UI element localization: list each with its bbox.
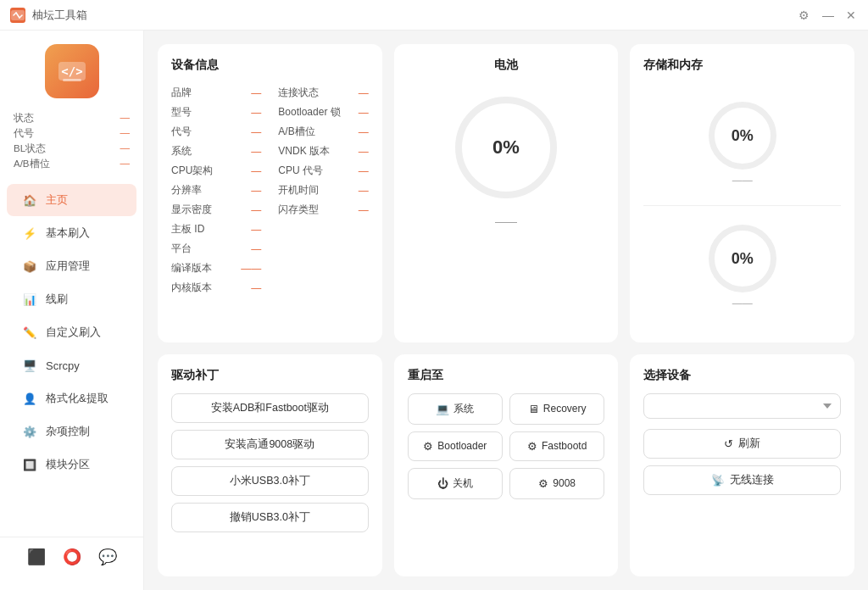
- 9008-icon: ⚙: [538, 477, 548, 490]
- device-select-card: 选择设备 ↺ 刷新 📡 无线连接: [630, 354, 854, 577]
- nav-custom[interactable]: ✏️ 自定义刷入: [7, 316, 136, 348]
- sidebar-ab-label: A/B槽位: [14, 158, 50, 170]
- battery-gauge: 0%: [455, 97, 557, 198]
- battery-card: 电池 0% ——: [394, 44, 619, 342]
- reboot-card: 重启至 💻 系统 🖥 Recovery ⚙ Bootloader ⚙ Fastb…: [394, 354, 619, 577]
- storage-dash-0: ——: [732, 175, 753, 186]
- custom-icon: ✏️: [22, 325, 37, 340]
- sidebar-status-label: 状态: [14, 112, 34, 125]
- nav-misc[interactable]: ⚙️ 杂项控制: [7, 415, 136, 448]
- storage-pct-0: 0%: [732, 127, 754, 145]
- refresh-label: 刷新: [738, 437, 760, 451]
- reboot-9008[interactable]: ⚙ 9008: [509, 468, 604, 499]
- device-select-actions: ↺ 刷新 📡 无线连接: [643, 429, 841, 495]
- reboot-system[interactable]: 💻 系统: [408, 393, 503, 425]
- sidebar-status-value: —: [120, 112, 131, 125]
- device-info-card: 设备信息 品牌 — 型号 — 代号 — 系统: [158, 44, 382, 342]
- sidebar-footer: ⬛ ⭕ 💬: [0, 537, 143, 576]
- sidebar-device-info: 状态 — 代号 — BL状态 — A/B槽位 —: [0, 112, 143, 183]
- settings-button[interactable]: ⚙: [798, 9, 810, 21]
- info-ab-slot: A/B槽位 —: [278, 122, 368, 142]
- sidebar-bl-value: —: [120, 142, 131, 155]
- nav-format[interactable]: 👤 格式化&提取: [7, 382, 136, 415]
- info-uptime: 开机时间 —: [278, 181, 368, 200]
- battery-percent: 0%: [492, 136, 520, 159]
- reboot-bootloader-label: Bootloader: [437, 440, 487, 452]
- nav-module[interactable]: 🔲 模块分区: [7, 448, 136, 481]
- reboot-system-label: 系统: [453, 402, 474, 416]
- info-kernel: 内核版本 —: [171, 278, 261, 298]
- system-icon: 💻: [436, 403, 449, 415]
- nav-lineflash[interactable]: 📊 线刷: [7, 283, 136, 315]
- titlebar-left: 柚坛工具箱: [10, 8, 87, 23]
- storage-item-1: 0% ——: [643, 205, 841, 328]
- github-icon[interactable]: ⭕: [63, 548, 81, 566]
- driver-btn-qualcomm[interactable]: 安装高通9008驱动: [171, 430, 369, 459]
- main-layout: </> 状态 — 代号 — BL状态 — A/B槽位 —: [0, 31, 868, 590]
- nav-scrcpy[interactable]: 🖥️ Scrcpy: [7, 349, 136, 381]
- reboot-bootloader[interactable]: ⚙ Bootloader: [408, 431, 503, 461]
- sidebar-codename-label: 代号: [14, 127, 34, 140]
- device-info-title: 设备信息: [171, 58, 369, 73]
- info-board-id: 主板 ID —: [171, 220, 261, 239]
- reboot-shutdown[interactable]: ⏻ 关机: [408, 468, 503, 499]
- logo-area: </>: [0, 44, 143, 98]
- flash-icon: ⚡: [22, 225, 37, 241]
- storage-circle-0: 0%: [709, 102, 776, 170]
- sidebar: </> 状态 — 代号 — BL状态 — A/B槽位 —: [0, 31, 144, 590]
- info-density: 显示密度 —: [171, 200, 261, 220]
- reboot-fastbootd-label: Fastbootd: [542, 440, 587, 452]
- info-cpu-code: CPU 代号 —: [278, 161, 368, 181]
- titlebar: 柚坛工具箱 ⚙ — ✕: [0, 0, 868, 31]
- titlebar-controls: ⚙ — ✕: [798, 9, 858, 21]
- lineflash-icon: 📊: [22, 292, 37, 307]
- device-select-dropdown[interactable]: [643, 393, 841, 419]
- nav-module-label: 模块分区: [46, 457, 90, 472]
- storage-dash-1: ——: [732, 298, 753, 309]
- logo: </>: [45, 44, 99, 98]
- reboot-shutdown-label: 关机: [453, 476, 473, 491]
- message-icon[interactable]: 💬: [98, 548, 117, 566]
- device-info-right: 连接状态 — Bootloader 锁 — A/B槽位 — VNDK 版本 —: [278, 83, 368, 298]
- refresh-button[interactable]: ↺ 刷新: [643, 429, 841, 459]
- nav-home-label: 主页: [46, 192, 68, 208]
- minimize-button[interactable]: —: [822, 9, 834, 21]
- nav-custom-label: 自定义刷入: [46, 325, 101, 340]
- home-icon: 🏠: [22, 192, 37, 208]
- sidebar-status-row: 状态 —: [14, 112, 130, 125]
- app-title: 柚坛工具箱: [32, 8, 87, 23]
- nav-format-label: 格式化&提取: [46, 391, 108, 406]
- device-info-left: 品牌 — 型号 — 代号 — 系统 —: [171, 83, 261, 298]
- nav-flash[interactable]: ⚡ 基本刷入: [7, 217, 136, 249]
- scrcpy-icon: 🖥️: [22, 358, 37, 373]
- wireless-connect-button[interactable]: 📡 无线连接: [643, 465, 841, 495]
- nav-list: 🏠 主页 ⚡ 基本刷入 📦 应用管理 📊 线刷 ✏️ 自定义刷入 🖥️ Sc: [0, 183, 143, 537]
- apps-icon: 📦: [22, 259, 37, 274]
- info-connect: 连接状态 —: [278, 83, 368, 103]
- driver-btn-mi-usb[interactable]: 小米USB3.0补丁: [171, 466, 369, 496]
- storage-pct-1: 0%: [732, 250, 754, 268]
- sidebar-codename-row: 代号 —: [14, 127, 130, 140]
- nav-home[interactable]: 🏠 主页: [7, 184, 136, 216]
- info-brand: 品牌 —: [171, 83, 261, 103]
- terminal-icon[interactable]: ⬛: [27, 548, 46, 566]
- reboot-fastbootd[interactable]: ⚙ Fastbootd: [509, 431, 604, 461]
- close-button[interactable]: ✕: [846, 9, 858, 21]
- bootloader-icon: ⚙: [423, 440, 433, 453]
- recovery-icon: 🖥: [528, 403, 539, 415]
- reboot-recovery[interactable]: 🖥 Recovery: [509, 393, 604, 425]
- device-info-grid: 品牌 — 型号 — 代号 — 系统 —: [171, 83, 369, 298]
- nav-apps[interactable]: 📦 应用管理: [7, 250, 136, 282]
- info-flash-type: 闪存类型 —: [278, 200, 368, 220]
- driver-btn-adb[interactable]: 安装ADB和Fastboot驱动: [171, 393, 369, 423]
- refresh-icon: ↺: [724, 437, 733, 450]
- driver-btn-revoke-usb[interactable]: 撤销USB3.0补丁: [171, 503, 369, 532]
- reboot-title: 重启至: [408, 368, 605, 383]
- storage-circle-1: 0%: [709, 225, 776, 292]
- sidebar-bl-label: BL状态: [14, 142, 46, 155]
- info-bl: Bootloader 锁 —: [278, 103, 368, 122]
- sidebar-bl-row: BL状态 —: [14, 142, 130, 155]
- wireless-icon: 📡: [711, 474, 725, 487]
- wireless-label: 无线连接: [730, 473, 774, 487]
- device-select-title: 选择设备: [643, 368, 841, 383]
